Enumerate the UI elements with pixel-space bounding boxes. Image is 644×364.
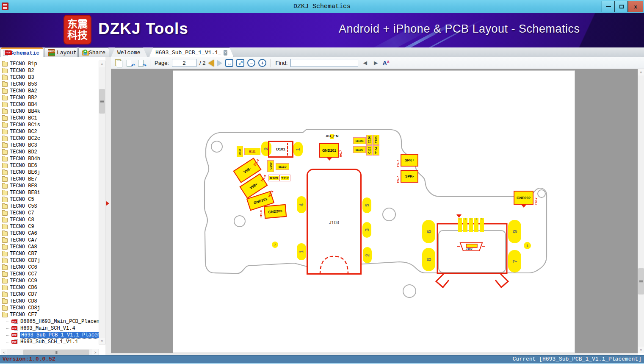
sidebar-folder-item[interactable]: TECNO CD7	[0, 291, 99, 298]
sidebar-folder-item[interactable]: TECNO C5	[0, 196, 99, 203]
sidebar-folder-item[interactable]: TECNO CA7	[0, 237, 99, 244]
sidebar-file-item[interactable]: PDF H693_Sub_SCH_1_V1.1	[0, 339, 99, 345]
rotate-left-button[interactable]: ↶	[126, 59, 134, 67]
tab-welcome[interactable]: Welcome	[111, 47, 147, 57]
schematic-tree: TECNO B1p TECNO B2 TECNO B3 TECN	[0, 61, 99, 345]
folder-label: TECNO BE7	[10, 176, 37, 182]
sidebar-folder-item[interactable]: TECNO CD6	[0, 284, 99, 291]
sidebar-file-item-selected[interactable]: PDF H693_Sub_PCB_1_V1.1_Placement	[0, 332, 99, 339]
sidebar-folder-item[interactable]: TECNO C7	[0, 210, 99, 217]
zoom-out-button[interactable]: −	[247, 59, 255, 67]
sidebar-folder-item[interactable]: TECNO BB4k	[0, 108, 99, 115]
height-label-spk-minus: H0.7	[396, 170, 400, 183]
previous-page-button[interactable]	[208, 60, 214, 67]
sidebar-folder-item[interactable]: TECNO CD8	[0, 298, 99, 305]
tab-layout[interactable]: PADS Layout	[44, 47, 77, 57]
close-tab-icon[interactable]: x	[224, 50, 227, 56]
sidebar-folder-item[interactable]: TECNO BA2	[0, 88, 99, 94]
scrollbar-thumb[interactable]	[638, 268, 644, 295]
sidebar-folder-item[interactable]: TECNO BE8i	[0, 189, 99, 196]
tree-line	[6, 342, 9, 342]
folder-label: TECNO CC7	[10, 271, 37, 277]
sidebar-folder-item[interactable]: TECNO CB7	[0, 250, 99, 257]
current-document-text: Current [H693_Sub_PCB_1_V1.1_Placement]	[513, 356, 641, 362]
folder-icon	[2, 292, 8, 297]
folder-label: TECNO CD7	[10, 292, 37, 297]
match-case-icon: A	[382, 59, 387, 67]
find-previous-button[interactable]: ◀	[361, 60, 369, 67]
sidebar-folder-item[interactable]: TECNO CC6	[0, 264, 99, 271]
scroll-up-arrow[interactable]: ˄	[99, 61, 105, 67]
next-page-button[interactable]	[217, 60, 222, 67]
sidebar-folder-item[interactable]: TECNO CD8j	[0, 305, 99, 311]
sidebar-folder-item[interactable]: TECNO BC3	[0, 142, 99, 149]
rotate-right-button[interactable]: ↷	[137, 59, 146, 67]
sidebar-folder-item[interactable]: TECNO BD2	[0, 149, 99, 156]
panel-splitter[interactable]	[105, 57, 111, 355]
sidebar-file-item[interactable]: PDF D6865_H693_Main_PCB_Placement_V2.	[0, 318, 99, 325]
scroll-right-arrow[interactable]: ˃	[92, 349, 98, 356]
find-input[interactable]	[290, 59, 358, 67]
scrollbar-thumb[interactable]	[23, 350, 89, 355]
sidebar-folder-item[interactable]: TECNO B1p	[0, 61, 99, 67]
sidebar-folder-item[interactable]: TECNO B2	[0, 67, 99, 74]
sidebar-folder-item[interactable]: TECNO C5S	[0, 203, 99, 210]
pdf-file-icon: PDF	[11, 339, 18, 345]
fit-page-button[interactable]: ⤢	[236, 59, 244, 67]
pad-j103-4: 4	[297, 196, 306, 213]
logo-text-top: 东震	[67, 19, 88, 30]
sidebar-folder-item[interactable]: TECNO BB2	[0, 94, 99, 101]
sidebar-folder-item[interactable]: TECNO B3	[0, 74, 99, 81]
sidebar-folder-item[interactable]: TECNO BE7	[0, 176, 99, 183]
close-button[interactable]: x	[628, 1, 643, 12]
folder-icon	[2, 62, 8, 67]
toolbar-separator	[271, 59, 271, 67]
folder-icon	[2, 96, 8, 100]
folder-label: TECNO BC2c	[10, 136, 40, 142]
find-next-button[interactable]: ▶	[372, 60, 379, 67]
scroll-down-arrow[interactable]: ˅	[99, 338, 105, 344]
maximize-button[interactable]	[615, 1, 628, 12]
tab-schematic[interactable]: PDF Schematic	[1, 47, 43, 57]
collapse-arrow-icon[interactable]	[106, 201, 109, 206]
viewer-vertical-scrollbar[interactable]: ˄ ˅	[638, 69, 644, 353]
component-c120: C120	[366, 135, 373, 145]
tab-share[interactable]: + Share	[78, 47, 109, 57]
tab-document[interactable]: H693_Sub_PCB_1_V1.1_Placement x	[149, 47, 234, 57]
sidebar-folder-item[interactable]: TECNO BC1	[0, 115, 99, 122]
copy-page-button[interactable]	[114, 59, 123, 67]
sidebar-folder-item[interactable]: TECNO BC1s	[0, 122, 99, 128]
sidebar-vertical-scrollbar[interactable]: ˄ ˅	[99, 61, 105, 345]
sidebar-folder-item[interactable]: TECNO BC2c	[0, 135, 99, 142]
sidebar-folder-item[interactable]: TECNO BE6j	[0, 169, 99, 176]
folder-icon	[2, 252, 8, 256]
sidebar-folder-item[interactable]: TECNO B5S	[0, 81, 99, 88]
match-case-button[interactable]: Aa	[382, 59, 389, 67]
scroll-up-arrow[interactable]: ˄	[638, 69, 644, 75]
scrollbar-thumb[interactable]	[99, 89, 105, 114]
sidebar-folder-item[interactable]: TECNO CC9	[0, 278, 99, 284]
minimize-button[interactable]	[602, 1, 615, 12]
sidebar-folder-item[interactable]: TECNO BD4h	[0, 156, 99, 162]
sidebar-folder-item[interactable]: TECNO CC7	[0, 271, 99, 278]
sidebar-file-item[interactable]: PDF H693_Main_SCH_V1.4	[0, 325, 99, 332]
fit-width-button[interactable]: ↔	[225, 59, 233, 67]
sidebar-horizontal-scrollbar[interactable]: ˂ ˃	[1, 349, 99, 356]
zoom-in-button[interactable]: +	[258, 59, 266, 67]
folder-icon	[2, 109, 8, 114]
pdf-canvas: C110 B111 2 D101 1 AU_EN GND201 H0.7 B10…	[111, 69, 638, 353]
sidebar-folder-item[interactable]: TECNO C8	[0, 217, 99, 223]
sidebar-folder-item[interactable]: TECNO BE8	[0, 183, 99, 189]
scroll-left-arrow[interactable]: ˂	[1, 349, 7, 356]
sidebar-folder-item[interactable]: TECNO BC2	[0, 128, 99, 135]
folder-label: TECNO BC1s	[10, 122, 40, 128]
sidebar-folder-item[interactable]: TECNO CA8	[0, 244, 99, 250]
sidebar-folder-item[interactable]: TECNO BE6	[0, 162, 99, 169]
scroll-down-arrow[interactable]: ˅	[638, 347, 644, 353]
sidebar-folder-item[interactable]: TECNO CB7j	[0, 257, 99, 264]
sidebar-folder-item[interactable]: TECNO C9	[0, 223, 99, 230]
sidebar-folder-item[interactable]: TECNO BB4	[0, 101, 99, 108]
sidebar-folder-item[interactable]: TECNO CA6	[0, 230, 99, 237]
sidebar-folder-item[interactable]: TECNO CE7	[0, 311, 99, 318]
page-number-input[interactable]	[172, 59, 196, 67]
